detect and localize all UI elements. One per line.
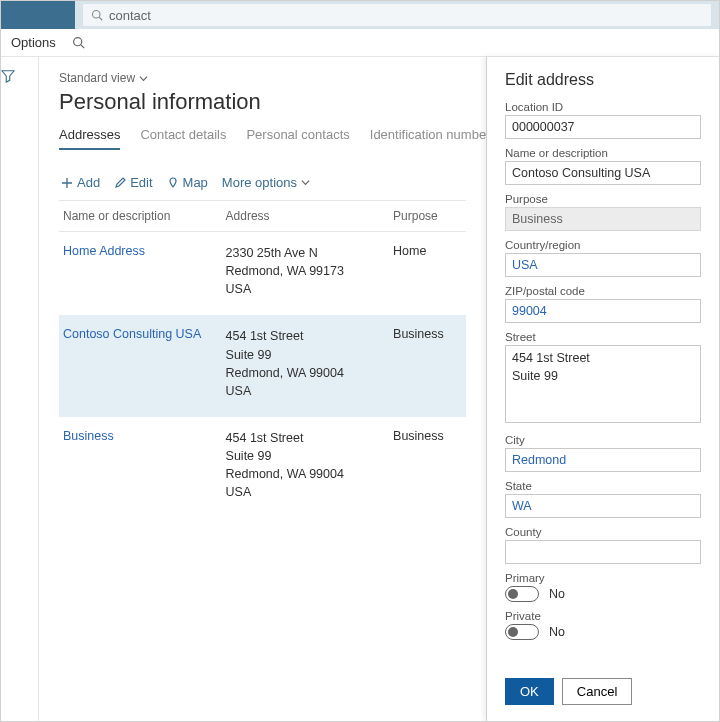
street-input[interactable]: 454 1st Street Suite 99 — [505, 345, 701, 423]
plus-icon — [61, 177, 73, 189]
grid-toolbar: Add Edit Map More options — [59, 169, 466, 200]
country-label: Country/region — [505, 239, 701, 251]
svg-line-3 — [81, 45, 84, 48]
cancel-button[interactable]: Cancel — [562, 678, 632, 705]
name-label: Name or description — [505, 147, 701, 159]
row-name-link[interactable]: Business — [63, 429, 114, 443]
app-top-bar — [1, 1, 719, 29]
state-label: State — [505, 480, 701, 492]
city-label: City — [505, 434, 701, 446]
map-label: Map — [183, 175, 208, 190]
tab-strip: Addresses Contact details Personal conta… — [59, 127, 466, 151]
more-options-button[interactable]: More options — [222, 175, 310, 190]
svg-point-0 — [93, 11, 101, 19]
view-label-text: Standard view — [59, 71, 135, 85]
search-icon[interactable] — [72, 36, 85, 49]
row-name-link[interactable]: Home Address — [63, 244, 145, 258]
main-content: Standard view Personal information Addre… — [39, 57, 486, 721]
private-label: Private — [505, 610, 701, 622]
tab-identification-numbers[interactable]: Identification numbers — [370, 127, 486, 150]
options-menu[interactable]: Options — [11, 35, 56, 50]
table-row[interactable]: Contoso Consulting USA 454 1st Street Su… — [59, 315, 466, 417]
city-input[interactable] — [505, 448, 701, 472]
table-row[interactable]: Home Address 2330 25th Ave N Redmond, WA… — [59, 232, 466, 315]
more-options-label: More options — [222, 175, 297, 190]
street-label: Street — [505, 331, 701, 343]
addresses-grid: Name or description Address Purpose Home… — [59, 200, 466, 518]
ok-button[interactable]: OK — [505, 678, 554, 705]
private-value: No — [549, 625, 565, 639]
location-id-label: Location ID — [505, 101, 701, 113]
map-icon — [167, 177, 179, 189]
row-address: 2330 25th Ave N Redmond, WA 99173 USA — [226, 244, 393, 298]
view-selector[interactable]: Standard view — [59, 71, 466, 85]
search-input[interactable] — [109, 8, 703, 23]
name-input[interactable] — [505, 161, 701, 185]
edit-address-panel: Edit address Location ID Name or descrip… — [486, 57, 719, 721]
svg-line-1 — [99, 17, 102, 20]
zip-input[interactable] — [505, 299, 701, 323]
edit-button[interactable]: Edit — [114, 175, 152, 190]
add-button[interactable]: Add — [61, 175, 100, 190]
location-id-input[interactable] — [505, 115, 701, 139]
pencil-icon — [114, 177, 126, 189]
primary-toggle[interactable] — [505, 586, 539, 602]
app-logo-area — [1, 1, 75, 29]
edit-label: Edit — [130, 175, 152, 190]
table-row[interactable]: Business 454 1st Street Suite 99 Redmond… — [59, 417, 466, 519]
filter-icon[interactable] — [1, 69, 38, 83]
panel-footer: OK Cancel — [487, 668, 719, 721]
row-purpose: Business — [393, 429, 462, 443]
col-header-name[interactable]: Name or description — [63, 209, 226, 223]
search-icon — [91, 9, 103, 21]
row-name-link[interactable]: Contoso Consulting USA — [63, 327, 201, 341]
map-button[interactable]: Map — [167, 175, 208, 190]
row-address: 454 1st Street Suite 99 Redmond, WA 9900… — [226, 327, 393, 400]
global-search[interactable] — [83, 4, 711, 26]
row-purpose: Business — [393, 327, 462, 341]
command-bar: Options — [1, 29, 719, 57]
zip-label: ZIP/postal code — [505, 285, 701, 297]
state-input[interactable] — [505, 494, 701, 518]
row-purpose: Home — [393, 244, 462, 258]
chevron-down-icon — [301, 178, 310, 187]
purpose-label: Purpose — [505, 193, 701, 205]
chevron-down-icon — [139, 74, 148, 83]
purpose-field: Business — [505, 207, 701, 231]
search-bar-area — [75, 1, 719, 29]
left-rail — [1, 57, 39, 721]
page-title: Personal information — [59, 89, 466, 115]
tab-personal-contacts[interactable]: Personal contacts — [246, 127, 349, 150]
primary-value: No — [549, 587, 565, 601]
country-input[interactable] — [505, 253, 701, 277]
col-header-address[interactable]: Address — [226, 209, 393, 223]
grid-header: Name or description Address Purpose — [59, 201, 466, 232]
row-address: 454 1st Street Suite 99 Redmond, WA 9900… — [226, 429, 393, 502]
county-label: County — [505, 526, 701, 538]
panel-title: Edit address — [505, 71, 701, 89]
tab-contact-details[interactable]: Contact details — [140, 127, 226, 150]
private-toggle[interactable] — [505, 624, 539, 640]
add-label: Add — [77, 175, 100, 190]
svg-point-2 — [73, 38, 81, 46]
primary-label: Primary — [505, 572, 701, 584]
col-header-purpose[interactable]: Purpose — [393, 209, 462, 223]
county-input[interactable] — [505, 540, 701, 564]
tab-addresses[interactable]: Addresses — [59, 127, 120, 150]
